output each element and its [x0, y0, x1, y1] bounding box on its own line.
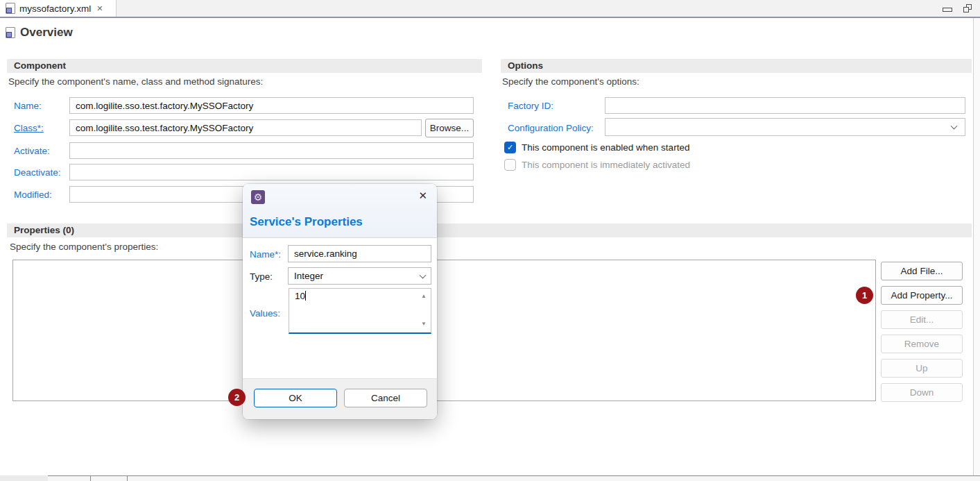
- page-title-row: Overview: [6, 26, 73, 40]
- component-section-subtitle: Specify the component's name, class and …: [8, 76, 263, 87]
- page-title: Overview: [20, 26, 73, 40]
- editor-tab-bar: myssofactory.xml ✕: [0, 0, 980, 18]
- properties-list[interactable]: [12, 260, 876, 401]
- factory-id-input[interactable]: [605, 97, 965, 114]
- dialog-close-icon[interactable]: ✕: [418, 189, 427, 202]
- dialog-title: Service's Properties: [250, 215, 363, 229]
- browse-button[interactable]: Browse...: [425, 119, 474, 137]
- configuration-policy-select[interactable]: [605, 118, 965, 136]
- immediate-checkbox[interactable]: [504, 159, 516, 171]
- properties-section-header: Properties (0): [7, 223, 972, 237]
- bottom-page-tab-strip: [0, 475, 980, 481]
- options-section-subtitle: Specify the component's options:: [502, 76, 639, 87]
- dialog-values-label: Values:: [250, 308, 280, 319]
- tab-title: myssofactory.xml: [19, 3, 91, 14]
- scroll-down-icon[interactable]: ▼: [421, 321, 427, 327]
- class-label-link[interactable]: Class*:: [14, 123, 44, 133]
- overview-icon: [6, 27, 15, 38]
- check-icon: ✓: [507, 143, 513, 152]
- gear-icon: ⚙: [251, 190, 265, 204]
- dialog-footer: OK Cancel: [243, 378, 437, 419]
- dialog-name-input[interactable]: [288, 245, 431, 262]
- dialog-type-label: Type:: [250, 271, 273, 282]
- up-button[interactable]: Up: [881, 359, 963, 378]
- chevron-down-icon: [420, 271, 427, 278]
- enabled-checkbox-row: ✓ This component is enabled when started: [504, 142, 689, 153]
- properties-section-subtitle: Specify the component's properties:: [10, 242, 158, 252]
- add-property-button[interactable]: Add Property...: [881, 286, 963, 305]
- dialog-type-select[interactable]: Integer: [288, 267, 431, 285]
- component-deactivate-input[interactable]: [69, 164, 474, 180]
- tab-close-icon[interactable]: ✕: [96, 4, 103, 13]
- factory-id-label: Factory ID:: [508, 101, 553, 111]
- component-section-header: Component: [7, 59, 482, 73]
- ok-button[interactable]: OK: [254, 389, 337, 407]
- services-properties-dialog: ⚙ ✕ Service's Properties Name*: Type: In…: [243, 184, 437, 419]
- modified-label: Modified:: [14, 189, 52, 200]
- edit-button[interactable]: Edit...: [881, 310, 963, 329]
- step-badge-1: 1: [856, 287, 873, 304]
- component-name-input[interactable]: [69, 97, 474, 114]
- dialog-values-textarea[interactable]: 10 ▲ ▼: [289, 288, 431, 334]
- tab-myssofactory[interactable]: myssofactory.xml ✕: [0, 0, 117, 17]
- activate-label: Activate:: [14, 146, 50, 156]
- cancel-button[interactable]: Cancel: [344, 389, 427, 407]
- scroll-up-icon[interactable]: ▲: [421, 293, 427, 299]
- editor-scrollbar-gutter[interactable]: [973, 18, 980, 475]
- add-file-button[interactable]: Add File...: [881, 262, 963, 280]
- component-activate-input[interactable]: [69, 142, 474, 159]
- options-section-header: Options: [501, 59, 972, 73]
- dialog-name-label: Name*:: [250, 249, 281, 260]
- remove-button[interactable]: Remove: [881, 335, 963, 353]
- down-button[interactable]: Down: [881, 383, 963, 402]
- restore-icon[interactable]: [963, 4, 972, 12]
- deactivate-label: Deactivate:: [14, 167, 61, 178]
- step-badge-2: 2: [228, 389, 246, 406]
- minimize-icon[interactable]: [943, 8, 952, 12]
- editor-window: myssofactory.xml ✕ Overview Component Sp…: [0, 0, 980, 481]
- configuration-policy-label: Configuration Policy:: [508, 123, 594, 133]
- bottom-page-tabs[interactable]: [48, 475, 980, 481]
- enabled-checkbox-label: This component is enabled when started: [522, 142, 689, 153]
- component-class-input[interactable]: [69, 119, 422, 136]
- view-controls: [943, 4, 972, 12]
- xml-file-icon: [6, 3, 15, 14]
- immediate-checkbox-label: This component is immediately activated: [522, 160, 690, 170]
- dialog-header: ⚙ ✕ Service's Properties: [243, 184, 437, 238]
- chevron-down-icon: [951, 123, 958, 130]
- text-caret: [305, 291, 306, 301]
- immediate-checkbox-row: This component is immediately activated: [504, 159, 690, 171]
- enabled-checkbox[interactable]: ✓: [504, 142, 516, 153]
- name-label: Name:: [14, 101, 42, 111]
